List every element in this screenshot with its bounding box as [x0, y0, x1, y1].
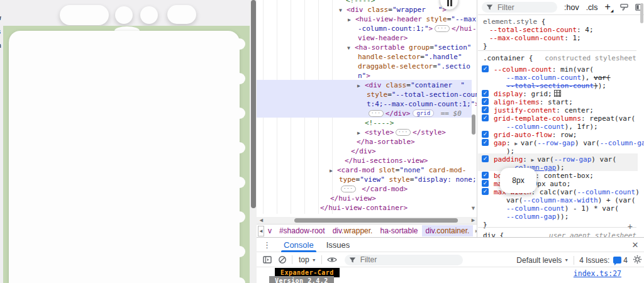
property-enabled-checkbox[interactable]: ✓ — [482, 172, 489, 179]
breadcrumb-item[interactable]: ha-sortable — [376, 225, 421, 236]
collapsed-arrow-icon[interactable]: ▶ — [357, 81, 360, 91]
elements-code-line[interactable]: ···</div>grid == $0 — [367, 109, 462, 118]
console-context-selector[interactable]: top — [299, 255, 309, 264]
style-declaration-line[interactable]: } — [483, 42, 487, 50]
style-declaration-line[interactable]: --max-column-count: 1; — [489, 34, 581, 42]
scroll-left-arrow-icon[interactable]: ◄ — [258, 217, 264, 224]
elements-code-line[interactable]: type="view" style="display: none;"> — [339, 175, 477, 184]
console-settings-gear-icon[interactable] — [633, 255, 642, 264]
style-declaration-line[interactable]: grid-auto-flow: row; — [494, 131, 577, 139]
console-message[interactable]: Expander-Card Version 2.4.2 index.ts:27 — [257, 267, 644, 283]
header-circle-button[interactable] — [115, 6, 133, 24]
elements-code-line[interactable]: ▶<div class="container " — [365, 80, 465, 90]
elements-vscrollbar-thumb[interactable] — [472, 114, 475, 135]
style-declaration-line[interactable]: --column-count) - 1) * var( — [506, 204, 619, 213]
elements-code-line[interactable]: </div> — [351, 147, 376, 156]
style-declaration-line[interactable]: } — [483, 221, 487, 229]
element-classes-button[interactable]: .cls — [586, 3, 598, 12]
property-enabled-checkbox[interactable]: ✓ — [482, 90, 489, 97]
property-enabled-checkbox[interactable]: ✓ — [482, 65, 489, 72]
drawer-menu-icon[interactable]: ⋮ — [263, 240, 271, 250]
styles-scrollbar-thumb[interactable] — [640, 3, 643, 23]
elements-code-line[interactable]: ▶<card-mod slot="none" card-mod- — [337, 165, 466, 175]
property-enabled-checkbox[interactable]: ✓ — [482, 139, 489, 146]
elements-code-line[interactable]: -column-count:1;">···</hui- — [358, 24, 477, 33]
style-declaration-line[interactable]: padding: ▶ var(--row-gap) var( — [494, 155, 616, 164]
console-filter-input[interactable] — [359, 255, 435, 265]
scroll-right-arrow-icon[interactable]: ► — [470, 217, 476, 224]
elements-code-line[interactable]: t:4;--max-column-count:1;"> — [367, 99, 477, 109]
header-circle-button[interactable] — [140, 6, 158, 24]
page-scrollbar[interactable] — [250, 0, 257, 283]
collapsed-arrow-icon[interactable]: ▶ — [330, 166, 333, 175]
header-pill-button[interactable] — [167, 5, 196, 24]
style-declaration-line[interactable]: .container { — [483, 54, 533, 62]
style-declaration-line[interactable]: --column-count), 1fr); — [506, 123, 598, 131]
style-declaration-line[interactable]: justify-content: center; — [494, 106, 594, 114]
collapsed-arrow-icon[interactable]: ▶ — [357, 128, 360, 138]
style-declaration-line[interactable]: display: grid; — [494, 90, 561, 98]
expanded-arrow-icon[interactable]: ▼ — [339, 6, 342, 15]
elements-code-line[interactable]: view-header> — [358, 33, 408, 43]
rendering-emulation-icon[interactable] — [620, 3, 628, 11]
elements-code-line[interactable]: </ha-sortable> — [357, 137, 415, 147]
style-declaration-line[interactable]: gap: ▶ var(--row-gap) var(--column-gap — [494, 139, 644, 147]
elements-code-line[interactable]: handle-selector=".handle" — [358, 52, 462, 62]
elements-code-line[interactable]: style="--total-section-coun — [367, 90, 477, 99]
style-declaration-line[interactable]: --column-gap)); — [506, 213, 569, 221]
breadcrumb-item[interactable]: div.container. — [422, 225, 474, 236]
styles-filter-input[interactable] — [496, 3, 553, 13]
style-declaration-line[interactable]: --total-section-count: 4; — [489, 26, 594, 34]
styles-filter[interactable] — [482, 2, 557, 13]
elements-code-line[interactable]: draggable-selector=".sectio — [358, 62, 470, 71]
breadcrumb-item[interactable]: v — [264, 225, 275, 236]
property-enabled-checkbox[interactable]: ✓ — [482, 98, 489, 105]
issues-counter-label[interactable]: 4 Issues: — [579, 256, 609, 265]
log-source-link[interactable]: index.ts:27 — [574, 269, 621, 278]
page-scrollbar-thumb[interactable] — [251, 0, 256, 208]
expanded-arrow-icon[interactable]: ▼ — [347, 43, 350, 53]
property-enabled-checkbox[interactable]: ✓ — [482, 114, 489, 121]
grid-editor-icon[interactable] — [554, 90, 561, 97]
console-sidebar-icon[interactable] — [263, 256, 272, 264]
property-enabled-checkbox[interactable]: ✓ — [482, 106, 489, 113]
style-declaration-line[interactable]: var(--column-max-width) + (var( — [506, 196, 635, 204]
elements-code-line[interactable]: <!----> — [365, 118, 394, 128]
elements-code-line[interactable]: ··· </card-mod> — [339, 184, 408, 194]
elements-code-line[interactable]: <!----> — [346, 0, 375, 5]
tab-console[interactable]: Console — [284, 238, 314, 252]
toggle-hover-state-button[interactable]: :hov — [564, 3, 579, 12]
property-enabled-checkbox[interactable]: ✓ — [482, 155, 489, 162]
tab-issues[interactable]: Issues — [326, 238, 350, 252]
add-property-button[interactable]: + — [628, 221, 633, 231]
panel-divider[interactable] — [477, 0, 477, 237]
elements-code-line[interactable]: ▼<ha-sortable group="section" — [355, 43, 471, 52]
console-filter[interactable] — [345, 255, 463, 265]
style-declaration-line[interactable]: --max-column-count), var( — [506, 74, 611, 82]
style-declaration-line[interactable]: --total-section-count)); — [506, 82, 606, 90]
breadcrumb-back-icon[interactable]: ◄ — [258, 226, 264, 236]
style-declaration-line[interactable]: align-items: start; — [494, 98, 573, 106]
scroll-down-arrow-icon[interactable]: ▼ — [470, 205, 476, 211]
close-drawer-icon[interactable]: ✕ — [631, 241, 640, 250]
elements-code-line[interactable]: n"> — [358, 71, 370, 80]
header-pill-button[interactable] — [60, 5, 109, 25]
elements-code-line[interactable]: ▶<hui-view-header style="--max — [355, 14, 476, 24]
style-declaration-line[interactable]: div { — [483, 231, 504, 237]
elements-code-line[interactable]: </hui-view> — [330, 194, 376, 203]
default-levels-dropdown[interactable]: Default levels — [516, 256, 562, 265]
elements-code-line[interactable]: ▼<div class="wrapper "> — [347, 5, 447, 14]
elements-code-line[interactable]: </hui-sections-view> — [345, 156, 428, 165]
collapsed-arrow-icon[interactable]: ▶ — [348, 15, 351, 25]
breadcrumb-item[interactable]: div.wrapper. — [329, 225, 377, 236]
style-declaration-line[interactable]: element.style { — [483, 18, 545, 26]
elements-hscrollbar-thumb[interactable] — [294, 218, 458, 223]
elements-code-line[interactable]: </hui-view-container> — [320, 203, 408, 213]
elements-hscrollbar[interactable]: ◄ ► — [257, 217, 477, 224]
clear-console-icon[interactable] — [278, 255, 287, 264]
breadcrumb-item[interactable]: #shadow-root — [275, 225, 329, 236]
property-enabled-checkbox[interactable]: ✓ — [482, 188, 489, 195]
style-declaration-line[interactable]: grid-template-columns: repeat(var( — [494, 114, 635, 123]
property-enabled-checkbox[interactable]: ✓ — [482, 180, 489, 187]
style-declaration-line[interactable]: --column-count: min(var( — [494, 65, 594, 74]
